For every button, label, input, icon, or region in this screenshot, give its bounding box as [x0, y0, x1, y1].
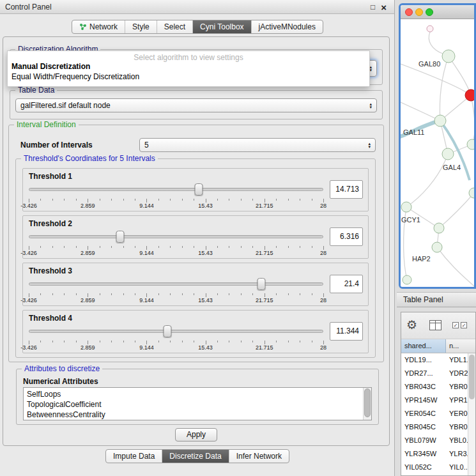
table-row[interactable]: YIL052CYIL0... — [401, 461, 468, 474]
control-panel-window: Control Panel □ × NetworkStyleSelectCyni… — [0, 0, 395, 476]
tab-label: Discretize Data — [169, 452, 221, 461]
column-checkboxes: ✓ ✓ — [452, 322, 467, 328]
network-canvas[interactable]: GAL80 GAL11 GAL4 GCY1 HAP2 — [401, 19, 474, 287]
table-row[interactable]: YBR043CYBR0... — [401, 380, 468, 394]
network-view-window[interactable]: GAL80 GAL11 GAL4 GCY1 HAP2 — [399, 3, 476, 289]
cell-name: YPR1... — [446, 394, 468, 407]
numerical-attributes-listbox[interactable]: SelfLoopsTopologicalCoefficientBetweenne… — [23, 387, 372, 420]
table-row[interactable]: YDL19...YDL1... — [401, 353, 468, 367]
bottom-tab-impute-data[interactable]: Impute Data — [106, 450, 162, 463]
network-node[interactable] — [469, 188, 474, 198]
threshold-value-field[interactable]: 11.344 — [330, 322, 363, 341]
table-row[interactable]: YDR27...YDR2... — [401, 367, 468, 380]
slider-track[interactable] — [29, 235, 323, 238]
top-tab-network[interactable]: Network — [72, 20, 125, 33]
slider-track[interactable] — [29, 188, 323, 191]
algorithm-option-equal-width-frequency-discretization[interactable]: Equal Width/Frequency Discretization — [8, 72, 369, 82]
minimize-traffic-icon[interactable] — [415, 8, 423, 16]
threshold-value-field[interactable]: 14.713 — [330, 180, 363, 199]
threshold-slider[interactable]: -3.4262.8599.14415.4321.71528 — [29, 325, 323, 350]
attribute-item-selfloops[interactable]: SelfLoops — [27, 389, 371, 399]
threshold-slider[interactable]: -3.4262.8599.14415.4321.71528 — [29, 183, 323, 208]
network-node[interactable] — [401, 202, 411, 212]
table-data-group: Table Data galFiltered.sif default node … — [10, 90, 383, 119]
top-tab-select[interactable]: Select — [157, 20, 192, 33]
close-traffic-icon[interactable] — [405, 8, 413, 16]
threshold-value-field[interactable]: 6.316 — [330, 227, 363, 246]
network-window-titlebar[interactable] — [401, 5, 474, 19]
cell-shared-name: YDR27... — [401, 367, 446, 380]
slider-scale-labels: -3.4262.8599.14415.4321.71528 — [29, 344, 323, 351]
network-node[interactable] — [427, 26, 433, 32]
network-node[interactable] — [403, 275, 411, 284]
table-scrollbar-thumb[interactable] — [469, 355, 475, 399]
cell-name: YBR0... — [446, 380, 468, 394]
threshold-list: Threshold 1-3.4262.8599.14415.4321.71528… — [22, 168, 369, 357]
checkbox-none-icon[interactable]: ✓ — [461, 322, 467, 328]
table-panel-titlebar[interactable]: Table Panel — [397, 292, 476, 307]
network-node[interactable] — [434, 115, 446, 127]
cell-name: YIL0... — [446, 461, 468, 474]
slider-track[interactable] — [29, 282, 323, 286]
tab-label: Select — [164, 22, 185, 31]
columns-icon[interactable] — [429, 320, 441, 330]
table-row[interactable]: YER054CYER0... — [401, 407, 468, 420]
table-body: YDL19...YDL1...YDR27...YDR2...YBR043CYBR… — [401, 353, 468, 474]
group-title: Table Data — [15, 86, 57, 95]
table-panel-title: Table Panel — [403, 295, 443, 304]
network-canvas-area[interactable]: GAL80 GAL11 GAL4 GCY1 HAP2 — [401, 19, 474, 287]
threshold-slider[interactable]: -3.4262.8599.14415.4321.71528 — [29, 277, 323, 303]
attribute-item-betweennesscentrality[interactable]: BetweennessCentrality — [27, 410, 371, 420]
attribute-item-topologicalcoefficient[interactable]: TopologicalCoefficient — [27, 399, 371, 410]
top-tab-style[interactable]: Style — [125, 20, 157, 33]
interval-definition-group: Interval Definition Number of Intervals … — [8, 125, 384, 362]
network-node[interactable] — [434, 223, 444, 233]
slider-thumb[interactable] — [195, 183, 203, 196]
number-of-intervals-combobox[interactable]: 5 ▴▾ — [139, 138, 376, 152]
network-node[interactable] — [467, 139, 474, 150]
algorithm-option-manual-discretization[interactable]: Manual Discretization — [8, 61, 369, 72]
network-node[interactable] — [442, 148, 454, 160]
network-node[interactable] — [442, 50, 455, 63]
slider-track[interactable] — [29, 330, 323, 333]
close-icon[interactable]: × — [381, 2, 387, 13]
threshold-slider[interactable]: -3.4262.8599.14415.4321.71528 — [29, 230, 323, 256]
table-row[interactable]: YBR045CYBR0... — [401, 420, 468, 434]
slider-thumb[interactable] — [116, 231, 124, 243]
cell-shared-name: YBR043C — [401, 380, 446, 394]
list-scrollbar[interactable] — [363, 388, 371, 420]
slider-thumb[interactable] — [257, 278, 266, 290]
cell-name: YDR2... — [446, 367, 468, 380]
bottom-tab-discretize-data[interactable]: Discretize Data — [162, 450, 228, 463]
table-row[interactable]: YLR345WYLR3... — [401, 447, 468, 461]
control-panel-titlebar[interactable]: Control Panel □ × — [0, 0, 394, 14]
combo-value: 5 — [144, 141, 368, 150]
column-header-name[interactable]: n... — [446, 339, 475, 353]
apply-button[interactable]: Apply — [175, 428, 217, 441]
threshold-value-field[interactable]: 21.4 — [330, 275, 363, 293]
column-header-shared-name[interactable]: shared... — [401, 339, 446, 353]
bottom-tab-infer-network[interactable]: Infer Network — [229, 450, 289, 463]
number-of-intervals-label: Number of Intervals — [20, 141, 93, 150]
network-node[interactable] — [432, 242, 442, 252]
network-node-selected[interactable] — [465, 89, 474, 101]
window-title: Control Panel — [5, 0, 52, 14]
gear-icon[interactable]: ⚙ — [406, 318, 417, 332]
float-window-icon[interactable]: □ — [371, 3, 375, 12]
threshold-label: Threshold 1 — [29, 172, 72, 181]
algorithm-dropdown-popup: Select algorithm to view settings Manual… — [7, 50, 370, 87]
slider-thumb[interactable] — [163, 325, 171, 337]
top-tab-jactivemnodules[interactable]: jActiveMNodules — [252, 20, 323, 33]
top-tab-cyni-toolbox[interactable]: Cyni Toolbox — [193, 20, 250, 33]
table-row[interactable]: YPR145WYPR1... — [401, 394, 468, 407]
zoom-traffic-icon[interactable] — [426, 8, 433, 16]
network-icon — [79, 23, 87, 31]
table-scrollbar[interactable] — [468, 353, 475, 475]
bottom-tab-strip: Impute DataDiscretize DataInfer Network — [105, 449, 289, 463]
tab-label: Cyni Toolbox — [200, 22, 243, 31]
checkbox-all-icon[interactable]: ✓ — [452, 322, 459, 328]
list-scrollbar-thumb[interactable] — [364, 388, 371, 417]
table-toolbar: ⚙ ✓ ✓ — [401, 312, 475, 339]
table-row[interactable]: YBL079WYBL0... — [401, 434, 468, 447]
table-data-combobox[interactable]: galFiltered.sif default node ▴▾ — [15, 98, 377, 112]
